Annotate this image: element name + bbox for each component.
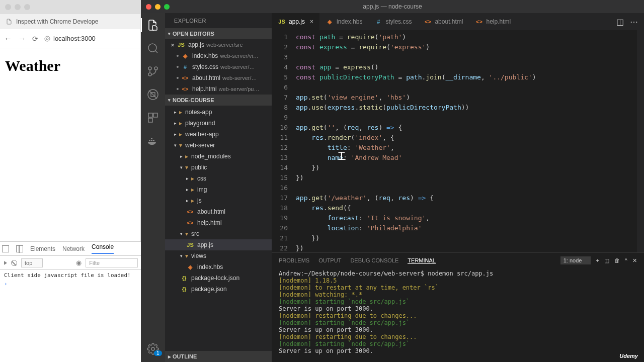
browser-tab[interactable]: Inspect with Chrome Develope <box>0 14 140 29</box>
svg-point-0 <box>45 36 50 41</box>
tree-item[interactable]: ▾▾views <box>165 250 272 261</box>
tree-item[interactable]: ▸▸img <box>165 184 272 195</box>
new-terminal-icon[interactable]: + <box>596 257 599 263</box>
tab-console[interactable]: Console <box>92 243 114 254</box>
tree-item[interactable]: ▸▸css <box>165 173 272 184</box>
console-output: Client side javascript file is loaded! › <box>0 270 141 289</box>
svg-point-4 <box>154 67 157 70</box>
svg-line-3 <box>155 51 157 53</box>
svg-rect-12 <box>148 118 152 122</box>
svg-rect-15 <box>153 140 154 141</box>
browser-toolbar: ← → ⟳ localhost:3000 <box>0 29 140 48</box>
svg-point-17 <box>151 347 154 350</box>
tree-item[interactable]: ▸▸js <box>165 195 272 206</box>
tree-item[interactable]: ▸▸node_modules <box>165 151 272 162</box>
docker-icon[interactable] <box>147 135 159 147</box>
split-editor-icon[interactable]: ◫ <box>616 17 624 27</box>
outline-section[interactable]: ▸ OUTLINE <box>165 351 272 362</box>
open-editor-item[interactable]: •#styles.cssweb-server/… <box>165 61 272 72</box>
close-panel-icon[interactable]: ✕ <box>632 257 637 264</box>
kill-terminal-icon[interactable]: 🗑 <box>614 257 620 263</box>
tab-terminal[interactable]: TERMINAL <box>408 257 436 264</box>
code-content[interactable]: const path = require('path')const expres… <box>296 30 644 252</box>
editor-tab[interactable]: <>about.html <box>418 13 469 30</box>
filter-input[interactable]: Filte <box>86 258 138 267</box>
panel-tabs: PROBLEMS OUTPUT DEBUG CONSOLE TERMINAL 1… <box>272 253 644 268</box>
eye-icon[interactable]: ◉ <box>76 259 82 266</box>
refresh-button[interactable]: ⟳ <box>32 35 38 43</box>
open-editor-item[interactable]: ×JSapp.jsweb-server/src <box>165 39 272 50</box>
chrome-titlebar <box>0 0 140 14</box>
debug-icon[interactable] <box>147 88 159 101</box>
open-editor-item[interactable]: •◈index.hbsweb-server/vi… <box>165 50 272 61</box>
editor-tab[interactable]: JSapp.js× <box>272 13 319 30</box>
address-bar[interactable]: localhost:3000 <box>44 35 136 42</box>
devtools-tabs: Elements Network Console <box>0 242 141 256</box>
explorer-icon[interactable] <box>147 19 159 31</box>
tab-debug-console[interactable]: DEBUG CONSOLE <box>350 257 398 263</box>
open-editor-item[interactable]: •<>about.htmlweb-server/… <box>165 72 272 83</box>
clear-icon[interactable] <box>11 260 17 266</box>
maximize-panel-icon[interactable]: ^ <box>625 257 627 263</box>
tree-item[interactable]: ▾▾public <box>165 162 272 173</box>
tree-item[interactable]: ▾▾src <box>165 228 272 239</box>
close-icon[interactable]: × <box>310 18 313 25</box>
tree-item[interactable]: ▸▸notes-app <box>165 107 272 118</box>
tree-item[interactable]: {}package.json <box>165 284 272 295</box>
devtools-panel: Elements Network Console top ◉ Filte Cli… <box>0 241 141 362</box>
search-icon[interactable] <box>147 42 159 54</box>
minimap[interactable] <box>637 30 644 252</box>
svg-rect-11 <box>153 113 157 117</box>
tab-title: Inspect with Chrome Develope <box>16 18 98 25</box>
editor-tab[interactable]: ◈index.hbs <box>319 13 368 30</box>
page-content: Weather <box>0 48 140 83</box>
split-terminal-icon[interactable]: ◫ <box>604 257 609 264</box>
svg-point-2 <box>148 44 156 52</box>
device-icon[interactable] <box>16 245 23 252</box>
terminal-output[interactable]: Andrew:~/Desktop/node-course/web-server$… <box>272 268 644 362</box>
activity-bar: 1 <box>141 13 165 362</box>
back-button[interactable]: ← <box>4 34 12 43</box>
tree-item[interactable]: ◈index.hbs <box>165 261 272 273</box>
tree-item[interactable]: ▾▾web-server <box>165 140 272 151</box>
tree-item[interactable]: {}package-lock.json <box>165 273 272 284</box>
forward-button[interactable]: → <box>18 34 26 43</box>
svg-rect-16 <box>151 138 152 139</box>
console-toolbar: top ◉ Filte <box>0 256 141 270</box>
udemy-watermark: Udemy <box>619 353 638 359</box>
tab-output[interactable]: OUTPUT <box>318 257 341 263</box>
editor-group: JSapp.js×◈index.hbs#styles.css<>about.ht… <box>272 13 644 362</box>
more-icon[interactable]: ⋯ <box>630 17 638 27</box>
svg-rect-13 <box>149 140 150 141</box>
terminal-select[interactable]: 1: node <box>560 256 591 264</box>
project-section[interactable]: ▾NODE-COURSE <box>165 95 272 106</box>
page-heading: Weather <box>5 57 135 74</box>
context-select[interactable]: top <box>21 258 43 267</box>
tree-item[interactable]: ▸▸weather-app <box>165 129 272 140</box>
vscode-window: app.js — node-course 1 EXPLORER ▾OPEN ED… <box>141 0 644 362</box>
tab-elements[interactable]: Elements <box>30 245 55 252</box>
open-editors-section[interactable]: ▾OPEN EDITORS <box>165 28 272 39</box>
tree-item[interactable]: ▸▸playground <box>165 118 272 129</box>
tab-problems[interactable]: PROBLEMS <box>279 257 309 263</box>
close-icon[interactable]: × <box>169 41 176 49</box>
explorer-title: EXPLORER <box>165 13 272 28</box>
svg-rect-10 <box>148 113 152 117</box>
extensions-icon[interactable] <box>147 112 159 124</box>
tree-item[interactable]: JSapp.js <box>165 239 272 250</box>
tree-item[interactable]: <>help.html <box>165 217 272 228</box>
tab-network[interactable]: Network <box>62 245 85 252</box>
line-numbers: 12345678910111213141516171819202122 <box>272 30 296 252</box>
editor-tab[interactable]: <>help.html <box>469 13 517 30</box>
open-editor-item[interactable]: •<>help.htmlweb-server/pu… <box>165 83 272 95</box>
editor-tabs: JSapp.js×◈index.hbs#styles.css<>about.ht… <box>272 13 644 30</box>
console-prompt[interactable]: › <box>4 281 137 287</box>
editor-tab[interactable]: #styles.css <box>368 13 418 30</box>
play-icon[interactable] <box>4 261 7 265</box>
vscode-titlebar: app.js — node-course <box>141 0 644 13</box>
code-editor[interactable]: 12345678910111213141516171819202122 cons… <box>272 30 644 252</box>
source-control-icon[interactable] <box>147 65 159 77</box>
settings-badge: 1 <box>154 350 162 356</box>
inspect-icon[interactable] <box>2 245 9 252</box>
tree-item[interactable]: <>about.html <box>165 206 272 217</box>
